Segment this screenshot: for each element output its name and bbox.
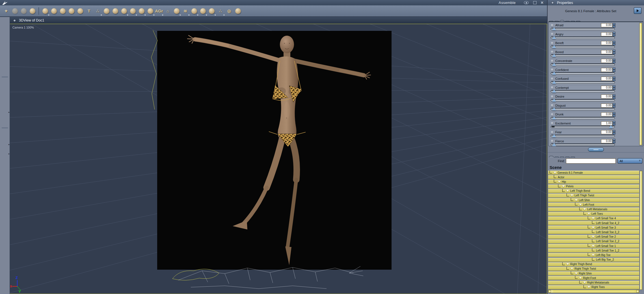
tool-icon[interactable] [1, 117, 8, 125]
slider-thumb[interactable] [552, 107, 556, 110]
tree-row[interactable]: Right Shin [548, 271, 639, 275]
value-stepper[interactable] [613, 32, 615, 36]
slider-thumb[interactable] [552, 143, 556, 146]
parameter-value-field[interactable]: 0.00 [601, 77, 612, 81]
expand-triangle-icon[interactable] [592, 236, 595, 238]
toolbar-icon[interactable] [102, 7, 111, 15]
expand-triangle-icon[interactable] [583, 208, 586, 210]
expand-triangle-icon[interactable] [592, 245, 595, 247]
browser-tab[interactable] [560, 157, 564, 158]
toolbar-icon[interactable] [28, 7, 37, 15]
menu-item[interactable] [41, 0, 47, 5]
tool-icon[interactable] [1, 38, 8, 46]
slider-thumb[interactable] [552, 63, 556, 66]
scene-hscrollbar[interactable] [548, 290, 639, 293]
tool-icon[interactable] [1, 108, 8, 115]
slider-thumb[interactable] [552, 36, 556, 39]
parameter-value-field[interactable]: 0.00 [601, 50, 612, 54]
tool-icon[interactable] [1, 48, 8, 55]
parameters-scrollbar[interactable] [639, 23, 642, 145]
toolbar-icon[interactable] [10, 7, 19, 15]
gear-icon[interactable]: ✽ [551, 86, 553, 89]
gear-icon[interactable]: ✽ [551, 95, 553, 98]
menu-item[interactable] [34, 0, 41, 5]
maximize-icon[interactable] [533, 1, 537, 4]
document-header[interactable]: 3DView of Doc1 [10, 17, 547, 24]
expand-triangle-icon[interactable] [579, 277, 582, 279]
expand-triangle-icon[interactable] [587, 286, 590, 288]
tree-row[interactable]: Actor [548, 175, 639, 179]
parameter-value-field[interactable]: 0.00 [601, 68, 612, 72]
menu-item[interactable] [10, 0, 16, 5]
toolbar-icon[interactable] [76, 7, 85, 15]
tree-row[interactable]: Right Metatarsals [548, 281, 639, 285]
panel-dot-icon[interactable] [551, 1, 554, 4]
browser-tab[interactable] [570, 157, 575, 158]
value-stepper[interactable] [613, 77, 615, 81]
value-stepper[interactable] [613, 112, 615, 117]
browser-tab[interactable] [554, 157, 559, 158]
tool-icon[interactable] [1, 140, 8, 148]
tree-row[interactable]: Left Small Toe 2_2 [548, 239, 639, 243]
gear-icon[interactable]: ✽ [551, 104, 553, 107]
parameter-value-field[interactable]: 0.00 [601, 104, 612, 108]
toolbar-icon[interactable] [128, 7, 137, 15]
tool-icon[interactable] [1, 89, 8, 97]
toolbar-icon[interactable]: ∴ [216, 7, 225, 15]
value-stepper[interactable] [613, 85, 615, 90]
expand-triangle-icon[interactable] [566, 263, 569, 265]
expand-triangle-icon[interactable] [583, 282, 586, 284]
filter-dropdown[interactable]: All [618, 158, 642, 164]
value-stepper[interactable] [613, 103, 615, 108]
tool-icon[interactable] [1, 66, 8, 74]
toolbar-icon[interactable] [19, 7, 28, 15]
splitter-handle[interactable] [588, 147, 604, 152]
parameter-slider[interactable] [551, 46, 615, 48]
menu-item[interactable] [53, 0, 59, 5]
next-attribute-button[interactable] [634, 7, 641, 14]
slider-thumb[interactable] [552, 45, 556, 48]
tree-row[interactable]: Genesis 8.1 Female [548, 171, 639, 175]
tree-row[interactable]: Left Shin [548, 198, 639, 202]
tree-row[interactable]: Pelvis [548, 184, 639, 188]
tree-row[interactable]: Left Small Toe 3_2 [548, 230, 639, 234]
gear-icon[interactable]: ✽ [551, 121, 553, 125]
slider-thumb[interactable] [609, 125, 613, 128]
tree-row[interactable]: Left Small Toe 4 [548, 216, 639, 220]
expand-triangle-icon[interactable] [558, 181, 561, 183]
tree-row[interactable]: Left Big Toe [548, 253, 639, 257]
value-stepper[interactable] [613, 139, 615, 143]
tool-icon[interactable] [1, 131, 8, 138]
value-stepper[interactable] [613, 130, 615, 134]
parameter-value-field[interactable]: 0.00 [601, 95, 612, 98]
parameter-slider[interactable] [551, 143, 615, 146]
parameter-value-field[interactable]: 0.00 [601, 23, 612, 27]
expand-triangle-icon[interactable] [562, 185, 565, 187]
tool-icon[interactable] [0, 28, 10, 38]
tree-row[interactable]: Left Big Toe_2 [548, 258, 639, 262]
parameter-value-field[interactable]: 0.00 [601, 41, 612, 45]
gear-icon[interactable]: ✽ [551, 32, 553, 36]
parameter-slider[interactable] [551, 117, 615, 119]
expand-triangle-icon[interactable] [554, 172, 556, 174]
gear-icon[interactable]: ✽ [551, 113, 553, 116]
tool-icon[interactable] [1, 57, 8, 65]
toolbar-icon[interactable] [49, 7, 58, 15]
toolbar-icon[interactable] [234, 7, 242, 15]
parameter-slider[interactable] [551, 28, 615, 30]
tool-icon[interactable] [2, 77, 8, 77]
slider-thumb[interactable] [552, 116, 556, 119]
gear-icon[interactable]: ✽ [551, 59, 553, 63]
parameter-value-field[interactable]: 0.00 [601, 32, 612, 36]
gear-icon[interactable]: ✽ [551, 50, 553, 54]
parameter-value-field[interactable]: 0.00 [601, 59, 612, 63]
slider-thumb[interactable] [552, 72, 556, 75]
expand-triangle-icon[interactable] [575, 199, 578, 201]
properties-titlebar[interactable]: Properties [548, 0, 644, 5]
toolbar-icon[interactable]: ◎ [225, 7, 234, 15]
scene-scrollbar[interactable] [639, 171, 643, 290]
gear-icon[interactable]: ✽ [551, 139, 553, 143]
slider-thumb[interactable] [552, 89, 556, 93]
slider-thumb[interactable] [552, 98, 556, 102]
tree-row[interactable]: Right Toes [548, 285, 639, 289]
